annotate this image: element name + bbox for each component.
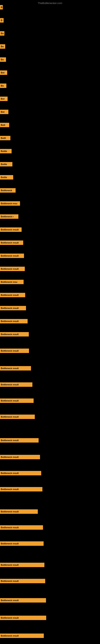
- bar-label: Bottleneck result: [0, 616, 46, 620]
- bar-label: Bottleneck result: [0, 634, 44, 638]
- bar-label: Bottleneck result: [0, 319, 28, 324]
- bar-label: Bottleneck result: [0, 455, 40, 459]
- bar-item: Bottle: [0, 162, 12, 166]
- bar-item: Bottleneck result: [0, 579, 45, 583]
- bar-item: Bottleneck result: [0, 598, 46, 602]
- bar-item: Bottleneck result: [0, 306, 26, 310]
- bar-label: Bottleneck result: [0, 267, 25, 271]
- bar-label: Bottleneck result: [0, 293, 25, 297]
- bar-label: Bo: [0, 57, 6, 62]
- bar-item: Bottle: [0, 149, 12, 153]
- bar-label: Bottleneck result: [0, 579, 45, 583]
- bar-label: B: [0, 18, 3, 22]
- bar-item: Bo: [0, 57, 6, 62]
- bar-item: Bottleneck result: [0, 634, 44, 638]
- bar-item: Bottleneck resu: [0, 201, 20, 206]
- bar-label: Bottleneck result: [0, 366, 31, 370]
- bar-item: Bottleneck result: [0, 509, 38, 514]
- bar-item: Bottleneck result: [0, 267, 25, 271]
- bar-item: Bottleneck result: [0, 438, 39, 442]
- bar-item: Bottleneck result: [0, 398, 34, 403]
- bar-label: Bo: [0, 44, 5, 49]
- bar-label: Bottleneck result: [0, 563, 44, 567]
- bar-label: Bottleneck result: [0, 598, 46, 602]
- bar-item: Bo: [0, 31, 4, 36]
- bar-label: Bottleneck result: [0, 382, 32, 387]
- bar-label: Bottleneck result: [0, 348, 29, 353]
- bar-item: Bottleneck result: [0, 254, 24, 258]
- bar-item: Bottleneck result: [0, 541, 44, 546]
- bar-label: Bot: [0, 70, 7, 75]
- bar-label: Bottleneck result: [0, 525, 43, 530]
- bar-label: Bottleneck result: [0, 240, 23, 245]
- bar-item: Bottleneck result: [0, 455, 40, 459]
- bar-item: B: [0, 18, 3, 22]
- bar-label: Bott: [0, 123, 9, 127]
- bar-item: Bottl: [0, 136, 10, 140]
- bar-label: Bottleneck result: [0, 541, 44, 546]
- bar-label: Bot: [0, 96, 8, 101]
- bar-item: Bot: [0, 96, 8, 101]
- bar-item: Bottleneck result: [0, 366, 31, 370]
- bar-label: Bottleneck result: [0, 487, 42, 492]
- bar-label: Bottleneck result: [0, 398, 34, 403]
- bar-item: Bottleneck result: [0, 471, 41, 475]
- bar-item: Bottleneck result: [0, 293, 25, 297]
- bar-item: Bott: [0, 123, 9, 127]
- bar-item: Bottleneck result: [0, 240, 23, 245]
- bar-item: Bottle: [0, 175, 13, 180]
- bar-label: Bottleneck result: [0, 306, 26, 310]
- bar-label: Bottleneck result: [0, 438, 39, 442]
- bar-label: Bottleneck resu: [0, 201, 20, 206]
- bar-label: Bot: [0, 110, 8, 114]
- bar-item: Bottleneck result: [0, 332, 29, 336]
- bar-item: Bottleneck result: [0, 414, 35, 419]
- bar-item: Bo: [0, 44, 5, 49]
- bar-item: Bottleneck result: [0, 319, 28, 324]
- bar-item: Bottleneck: [0, 188, 16, 192]
- bar-label: Bottleneck resu: [0, 280, 24, 284]
- bar-label: Bottleneck result: [0, 254, 24, 258]
- bar-label: Bottleneck r: [0, 214, 18, 219]
- bar-item: Bottleneck result: [0, 616, 46, 620]
- bar-item: Bottleneck result: [0, 563, 44, 567]
- bar-label: Bottle: [0, 175, 13, 180]
- bar-item: Bottleneck result: [0, 525, 43, 530]
- bar-label: Bo: [0, 31, 4, 36]
- bar-label: Bottle: [0, 162, 12, 166]
- bar-label: Bottleneck result: [0, 509, 38, 514]
- bar-item: Bottleneck result: [0, 228, 22, 232]
- bar-item: Bottleneck result: [0, 348, 29, 353]
- bar-item: B: [0, 5, 3, 10]
- bar-label: Bottleneck result: [0, 332, 29, 336]
- bar-item: Bottleneck result: [0, 487, 42, 492]
- bar-item: Bot: [0, 70, 7, 75]
- bar-label: Bo: [0, 84, 6, 88]
- bar-label: Bottleneck result: [0, 414, 35, 419]
- bar-label: Bottl: [0, 136, 10, 140]
- bar-item: Bo: [0, 84, 6, 88]
- bar-item: Bottleneck resu: [0, 280, 24, 284]
- bar-label: Bottleneck: [0, 188, 16, 192]
- bar-label: Bottleneck result: [0, 471, 41, 475]
- bar-label: B: [0, 5, 3, 10]
- site-title: TheBottlenecker.com: [0, 0, 100, 6]
- bar-label: Bottle: [0, 149, 12, 153]
- bar-item: Bot: [0, 110, 8, 114]
- bar-item: Bottleneck result: [0, 382, 32, 387]
- bar-item: Bottleneck r: [0, 214, 18, 219]
- bar-label: Bottleneck result: [0, 228, 22, 232]
